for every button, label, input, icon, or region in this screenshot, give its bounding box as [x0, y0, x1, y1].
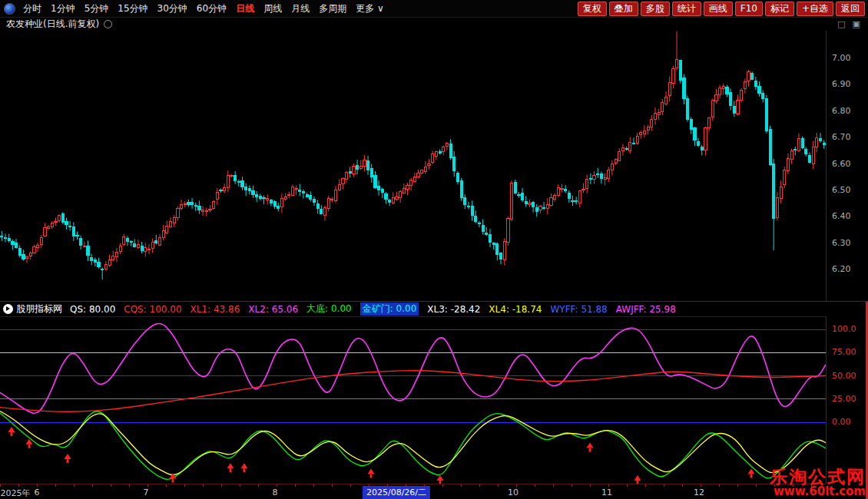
- app-window: 分时1分钟5分钟15分钟30分钟60分钟日线周线月线多周期更多 ∨ 复权叠加多股…: [0, 0, 868, 499]
- app-icon[interactable]: [4, 3, 15, 15]
- toolbar-button[interactable]: 标记: [765, 2, 794, 16]
- time-axis-label: 8: [273, 487, 278, 497]
- chart-title: 农发种业(日线.前复权): [6, 18, 99, 31]
- indicator-axis-label: 100.0: [832, 324, 856, 334]
- indicator-axis-label: 50.00: [832, 371, 856, 381]
- time-axis-label: 2025年: [1, 487, 31, 499]
- window-restore-icon[interactable]: □: [837, 19, 845, 29]
- toolbar-button[interactable]: +自选: [797, 2, 833, 16]
- period-tab[interactable]: 1分钟: [46, 2, 80, 15]
- price-axis-label: 6.30: [832, 238, 851, 248]
- price-axis-label: 6.90: [832, 79, 851, 89]
- toolbar-button[interactable]: 复权: [578, 2, 607, 16]
- indicator-brand: 股朋指标网: [16, 302, 62, 316]
- toolbar-button[interactable]: 画线: [704, 2, 733, 16]
- toolbar-button[interactable]: F10: [735, 2, 763, 16]
- window-controls: □ ▣: [837, 19, 868, 29]
- brand-logo-icon: [3, 304, 13, 314]
- candlestick-chart[interactable]: [0, 31, 826, 301]
- price-axis-label: 7.00: [832, 53, 851, 63]
- indicator-value: 金矿门: 0.00: [360, 302, 419, 316]
- period-tab[interactable]: 周线: [259, 2, 287, 15]
- time-axis[interactable]: 2025年6781011122025/08/26/二: [0, 484, 826, 499]
- indicator-axis-label: 75.00: [832, 347, 856, 357]
- indicator-value: WYFF: 51.88: [550, 304, 607, 315]
- toolbar-button[interactable]: 叠加: [609, 2, 638, 16]
- indicator-value: 大底: 0.00: [306, 302, 352, 316]
- period-tab[interactable]: 更多 ∨: [351, 2, 389, 15]
- period-tab[interactable]: 30分钟: [153, 2, 192, 15]
- indicator-axis-label: 0.00: [832, 417, 851, 427]
- period-tabs: 分时1分钟5分钟15分钟30分钟60分钟日线周线月线多周期更多 ∨: [18, 2, 389, 15]
- period-tab[interactable]: 分时: [18, 2, 46, 15]
- time-axis-label: 11: [601, 487, 612, 497]
- indicator-values: QS: 80.00CQS: 100.00XL1: 43.86XL2: 65.06…: [70, 302, 676, 316]
- price-axis-label: 6.60: [832, 159, 851, 169]
- period-tab[interactable]: 5分钟: [80, 2, 114, 15]
- toolbar-button[interactable]: 返回: [836, 2, 865, 16]
- indicator-chart[interactable]: [0, 316, 826, 484]
- indicator-value: XL1: 43.86: [190, 304, 240, 315]
- period-tab[interactable]: 日线: [231, 2, 259, 15]
- indicator-value: QS: 80.00: [70, 304, 115, 315]
- time-axis-label: 12: [694, 487, 704, 497]
- price-axis-label: 6.70: [832, 132, 851, 142]
- indicator-axis: 100.075.0050.0025.000.00: [826, 316, 868, 484]
- watermark-url: www.60lt.com: [770, 486, 866, 498]
- indicator-value: CQS: 100.00: [124, 304, 181, 315]
- period-tab[interactable]: 15分钟: [113, 2, 152, 15]
- time-axis-label: 10: [508, 487, 518, 497]
- watermark-title: 乐淘公式网: [770, 468, 866, 486]
- indicator-value: XL3: -28.42: [427, 304, 480, 315]
- period-tab[interactable]: 月线: [287, 2, 314, 15]
- toolbar: 分时1分钟5分钟15分钟30分钟60分钟日线周线月线多周期更多 ∨ 复权叠加多股…: [0, 0, 868, 18]
- watermark: 乐淘公式网 www.60lt.com: [770, 468, 866, 498]
- indicator-value: AWJFF: 25.98: [616, 304, 676, 315]
- screenshot-icon[interactable]: [104, 20, 112, 28]
- indicator-value: XL4: -18.74: [489, 304, 542, 315]
- price-axis-label: 6.80: [832, 106, 851, 116]
- price-axis-label: 6.20: [832, 264, 851, 274]
- time-axis-label: 7: [144, 487, 149, 497]
- indicator-value: XL2: 65.06: [248, 304, 298, 315]
- price-axis-label: 6.40: [832, 211, 851, 221]
- time-axis-label: 6: [35, 487, 40, 497]
- period-tab[interactable]: 多周期: [314, 2, 351, 15]
- indicator-axis-label: 25.00: [832, 394, 856, 404]
- toolbar-button[interactable]: 多股: [641, 2, 670, 16]
- period-tab[interactable]: 60分钟: [192, 2, 231, 15]
- indicator-header: 股朋指标网 QS: 80.00CQS: 100.00XL1: 43.86XL2:…: [0, 302, 868, 316]
- toolbar-actions: 复权叠加多股统计画线F10标记+自选返回: [578, 2, 868, 16]
- price-axis: 7.006.906.806.706.606.506.406.306.20: [826, 31, 868, 301]
- window-panel-icon[interactable]: ▣: [853, 19, 860, 29]
- price-axis-label: 6.50: [832, 185, 851, 195]
- titlebar: 农发种业(日线.前复权) □ ▣: [0, 17, 868, 31]
- selected-date-badge[interactable]: 2025/08/26/二: [363, 486, 430, 499]
- toolbar-button[interactable]: 统计: [672, 2, 701, 16]
